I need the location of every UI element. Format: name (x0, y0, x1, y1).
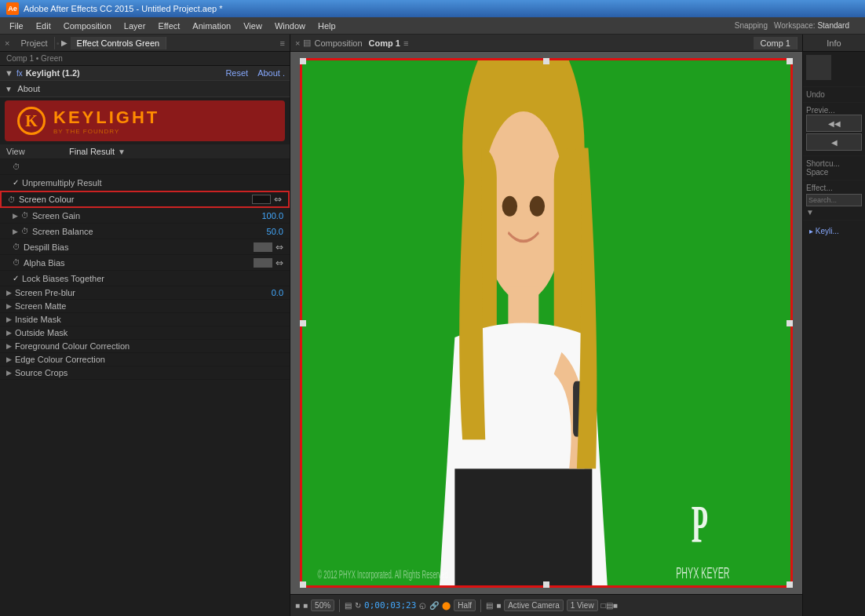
fast-preview-icon: ▤ (486, 601, 493, 610)
screen-balance-label: Screen Balance (32, 227, 267, 236)
screen-colour-picker-arrows[interactable]: ⇔ (274, 194, 282, 205)
alpha-bias-arrows[interactable]: ⇔ (276, 257, 283, 268)
title-bar: Ae Adobe After Effects CC 2015 - Untitle… (0, 0, 865, 17)
inside-mask-arrow[interactable]: ▶ (6, 315, 12, 323)
unpremultiply-check[interactable]: ✓ (13, 178, 19, 187)
menu-effect[interactable]: Effect (151, 20, 186, 32)
menu-animation[interactable]: Animation (186, 20, 237, 32)
screen-matte-label: Screen Matte (15, 301, 66, 311)
inside-mask-section[interactable]: ▶ Inside Mask (0, 313, 290, 326)
screen-balance-clock[interactable]: ⏱ (21, 227, 29, 235)
source-crops-label: Source Crops (15, 368, 68, 377)
composition-label: Composition (314, 38, 362, 48)
space-shortcut: Space (806, 168, 862, 177)
keylight-fx-icon: fx (16, 69, 23, 78)
comp-panel-close[interactable]: × (295, 38, 300, 48)
screen-pre-blur-arrow[interactable]: ▶ (6, 289, 12, 297)
undo-label: Undo (806, 90, 862, 99)
keylight-about-button[interactable]: About . (257, 68, 285, 78)
comp-canvas: Ρ PHYX KEYER www.PHYXINC.com © 2012 PHYX… (290, 52, 802, 594)
source-crops-section[interactable]: ▶ Source Crops (0, 366, 290, 380)
zoom-control[interactable]: 50% (311, 600, 334, 611)
screen-pre-blur-section[interactable]: ▶ Screen Pre-blur 0.0 (0, 286, 290, 300)
lock-biases-check[interactable]: ✓ (13, 274, 19, 282)
active-camera-control[interactable]: Active Camera (504, 600, 564, 611)
view-label: View (6, 147, 69, 156)
triangle-icon[interactable]: ▼ (806, 208, 862, 217)
alpha-bias-label: Alpha Bias (24, 258, 254, 268)
info-section (803, 52, 865, 87)
link-icon: 🔗 (429, 601, 439, 610)
screen-gain-clock[interactable]: ⏱ (21, 211, 29, 220)
effects-search-input[interactable] (806, 194, 862, 206)
screen-colour-row: ⏱ Screen Colour ⇔ (0, 191, 290, 208)
preview-btn[interactable]: ◀◀ (806, 115, 862, 132)
alpha-bias-swatch[interactable] (254, 258, 272, 268)
edge-colour-correction-section[interactable]: ▶ Edge Colour Correction (0, 353, 290, 366)
screen-colour-swatch[interactable] (252, 195, 271, 204)
edge-colour-correction-arrow[interactable]: ▶ (6, 355, 12, 363)
preview-label: Previe... (806, 106, 862, 115)
unpremultiply-label: Unpremultiply Result (22, 178, 283, 188)
timecode-display[interactable]: 0;00;03;23 (364, 600, 416, 611)
left-panel: × Project • ▶ Effect Controls Green ≡ Co… (0, 35, 290, 616)
screen-colour-clock-icon[interactable]: ⏱ (8, 195, 16, 204)
screen-matte-section[interactable]: ▶ Screen Matte (0, 300, 290, 313)
comp-panel-menu[interactable]: ≡ (403, 38, 408, 48)
source-crops-arrow[interactable]: ▶ (6, 369, 12, 377)
comp-name: Comp 1 (369, 38, 400, 48)
menu-bar: File Edit Composition Layer Effect Anima… (0, 17, 865, 35)
preview-play-btn[interactable]: ◀ (806, 133, 862, 151)
about-expand-arrow[interactable]: ▼ (5, 85, 13, 93)
unpremultiply-row: ✓ Unpremultiply Result (0, 175, 290, 191)
screen-balance-value[interactable]: 50.0 (267, 227, 283, 236)
quality-control[interactable]: Half (454, 600, 476, 611)
video-inner: Ρ PHYX KEYER www.PHYXINC.com © 2012 PHYX… (302, 60, 790, 585)
foreground-colour-correction-arrow[interactable]: ▶ (6, 342, 12, 350)
keylight-expand-arrow[interactable]: ▼ (5, 68, 13, 78)
menu-view[interactable]: View (237, 20, 268, 32)
despill-bias-arrows[interactable]: ⇔ (276, 242, 283, 253)
despill-bias-swatch[interactable] (254, 242, 272, 252)
tab-effect-controls[interactable]: Effect Controls Green (71, 37, 167, 49)
screen-matte-arrow[interactable]: ▶ (6, 302, 12, 310)
menu-edit[interactable]: Edit (30, 20, 57, 32)
screen-pre-blur-value[interactable]: 0.0 (272, 288, 283, 297)
info-panel-header: Info (803, 35, 865, 52)
comp-tab[interactable]: Comp 1 (754, 37, 797, 49)
menu-composition[interactable]: Composition (57, 20, 118, 32)
shortcuts-label: Shortcu... (806, 159, 862, 168)
screen-colour-label: Screen Colour (19, 195, 252, 204)
outside-mask-label: Outside Mask (15, 328, 68, 337)
project-tab-close[interactable]: × (5, 38, 9, 48)
about-label: About (17, 84, 40, 93)
camera-icon-2: ◵ (419, 601, 426, 610)
menu-window[interactable]: Window (268, 20, 312, 32)
view-layout-control[interactable]: 1 View (567, 600, 598, 611)
foreground-colour-correction-section[interactable]: ▶ Foreground Colour Correction (0, 340, 290, 353)
keylight-reset-button[interactable]: Reset (225, 68, 248, 78)
outside-mask-arrow[interactable]: ▶ (6, 329, 12, 337)
outside-mask-section[interactable]: ▶ Outside Mask (0, 326, 290, 340)
separator-1 (339, 600, 340, 612)
camera-icon: ▶ (61, 38, 68, 47)
keylight-mini-label[interactable]: ▸ Keyli... (806, 224, 862, 239)
menu-help[interactable]: Help (312, 20, 342, 32)
screen-balance-expand[interactable]: ▶ (13, 228, 18, 235)
view-dropdown-arrow[interactable]: ▼ (118, 148, 126, 156)
screen-gain-value[interactable]: 100.0 (261, 211, 283, 221)
screen-gain-expand[interactable]: ▶ (13, 212, 18, 220)
panel-menu-icon[interactable]: ≡ (280, 38, 285, 48)
view-value: Final Result ▼ (69, 147, 126, 156)
right-info-panel: Info Undo Previe... ◀◀ ◀ Shortcu... Spac… (802, 35, 865, 616)
snapping-label: Snapping (735, 21, 768, 30)
lock-biases-label: Lock Biases Together (22, 274, 283, 283)
despill-bias-clock[interactable]: ⏱ (13, 242, 20, 251)
breadcrumb: Comp 1 • Green (0, 52, 290, 66)
clock-row: ⏱ (0, 159, 290, 175)
alpha-bias-clock[interactable]: ⏱ (13, 258, 20, 267)
menu-layer[interactable]: Layer (118, 20, 152, 32)
effects-section: Effect... ▼ (803, 180, 865, 221)
menu-file[interactable]: File (3, 20, 30, 32)
tab-project[interactable]: Project (14, 37, 54, 49)
